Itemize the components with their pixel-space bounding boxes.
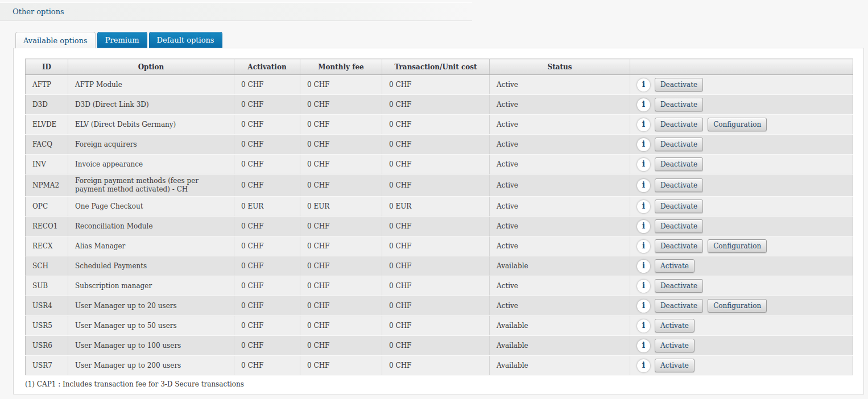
cell-option: User Manager up to 200 users: [68, 356, 234, 376]
actions-group: i Deactivate: [637, 98, 846, 111]
info-icon[interactable]: i: [637, 280, 650, 293]
cell-transaction-cost: 0 CHF: [382, 135, 490, 155]
header-row: ID Option Activation Monthly fee Transac…: [26, 59, 853, 75]
cell-activation: 0 CHF: [234, 316, 300, 336]
primary-action-button[interactable]: Deactivate: [655, 138, 703, 151]
info-icon[interactable]: i: [637, 339, 650, 352]
actions-group: i Activate: [637, 359, 846, 372]
cell-activation: 0 CHF: [234, 356, 300, 376]
table-header: ID Option Activation Monthly fee Transac…: [26, 59, 853, 75]
primary-action-button[interactable]: Deactivate: [655, 219, 703, 233]
table-row: FACQ Foreign acquirers 0 CHF 0 CHF 0 CHF…: [26, 135, 853, 155]
primary-action-button[interactable]: Deactivate: [655, 178, 703, 192]
options-table: ID Option Activation Monthly fee Transac…: [25, 59, 853, 376]
primary-action-button[interactable]: Activate: [655, 259, 695, 273]
primary-action-button[interactable]: Activate: [655, 339, 695, 352]
cell-id: D3D: [26, 95, 68, 115]
table-row: ELVDE ELV (Direct Debits Germany) 0 CHF …: [26, 115, 853, 135]
cell-actions: i Deactivate: [630, 155, 853, 174]
primary-action-button[interactable]: Deactivate: [655, 239, 703, 253]
cell-status: Available: [490, 356, 630, 376]
cell-actions: i Activate: [630, 356, 853, 376]
tab-bar: Available options Premium Default option…: [15, 32, 222, 48]
tab-available-options[interactable]: Available options: [15, 32, 96, 48]
cell-transaction-cost: 0 CHF: [382, 316, 490, 336]
info-icon[interactable]: i: [637, 319, 650, 332]
primary-action-button[interactable]: Activate: [655, 319, 695, 332]
info-icon[interactable]: i: [637, 220, 650, 233]
configuration-button[interactable]: Configuration: [708, 118, 767, 131]
cell-actions: i Deactivate Configuration: [630, 115, 853, 135]
cell-monthly-fee: 0 CHF: [300, 336, 382, 356]
primary-action-button[interactable]: Deactivate: [655, 279, 703, 293]
cell-id: OPC: [26, 197, 68, 217]
table-row: USR4 User Manager up to 20 users 0 CHF 0…: [26, 296, 853, 316]
cell-monthly-fee: 0 CHF: [300, 155, 382, 174]
cell-id: SCH: [26, 256, 68, 276]
actions-group: i Activate: [637, 259, 846, 273]
cell-option: Subscription manager: [68, 276, 234, 296]
cell-monthly-fee: 0 CHF: [300, 135, 382, 155]
actions-group: i Deactivate: [637, 200, 846, 213]
cell-transaction-cost: 0 CHF: [382, 296, 490, 316]
info-icon[interactable]: i: [637, 138, 650, 151]
cell-actions: i Deactivate Configuration: [630, 296, 853, 316]
primary-action-button[interactable]: Deactivate: [655, 98, 703, 111]
actions-group: i Deactivate: [637, 219, 846, 233]
info-icon[interactable]: i: [637, 260, 650, 273]
column-header-monthly-fee: Monthly fee: [300, 59, 382, 75]
cell-transaction-cost: 0 CHF: [382, 115, 490, 135]
column-header-activation: Activation: [234, 59, 300, 75]
cell-transaction-cost: 0 CHF: [382, 256, 490, 276]
info-icon[interactable]: i: [637, 118, 650, 131]
info-icon[interactable]: i: [637, 300, 650, 313]
cell-id: ELVDE: [26, 115, 68, 135]
cell-activation: 0 CHF: [234, 256, 300, 276]
primary-action-button[interactable]: Deactivate: [655, 157, 703, 171]
actions-group: i Activate: [637, 319, 846, 332]
info-icon[interactable]: i: [637, 359, 650, 372]
table-row: USR6 User Manager up to 100 users 0 CHF …: [26, 336, 853, 356]
info-icon[interactable]: i: [637, 200, 650, 213]
tab-default-options[interactable]: Default options: [149, 32, 222, 48]
primary-action-button[interactable]: Activate: [655, 359, 695, 372]
info-icon[interactable]: i: [637, 158, 650, 171]
configuration-button[interactable]: Configuration: [708, 239, 767, 253]
tab-label: Available options: [23, 36, 88, 45]
info-icon[interactable]: i: [637, 240, 650, 253]
table-row: USR7 User Manager up to 200 users 0 CHF …: [26, 356, 853, 376]
cell-actions: i Deactivate: [630, 276, 853, 296]
cell-transaction-cost: 0 CHF: [382, 336, 490, 356]
cell-actions: i Activate: [630, 256, 853, 276]
cell-actions: i Deactivate Configuration: [630, 236, 853, 256]
cell-actions: i Deactivate: [630, 75, 853, 95]
cell-monthly-fee: 0 CHF: [300, 115, 382, 135]
cell-actions: i Activate: [630, 316, 853, 336]
cell-monthly-fee: 0 CHF: [300, 236, 382, 256]
primary-action-button[interactable]: Deactivate: [655, 299, 703, 313]
cell-option: User Manager up to 20 users: [68, 296, 234, 316]
info-icon[interactable]: i: [637, 179, 650, 192]
cell-option: D3D (Direct Link 3D): [68, 95, 234, 115]
tab-premium[interactable]: Premium: [97, 32, 147, 48]
cell-option: AFTP Module: [68, 75, 234, 95]
cell-activation: 0 CHF: [234, 174, 300, 197]
cell-transaction-cost: 0 CHF: [382, 356, 490, 376]
cell-option: Scheduled Payments: [68, 256, 234, 276]
primary-action-button[interactable]: Deactivate: [655, 118, 703, 131]
primary-action-button[interactable]: Deactivate: [655, 200, 703, 213]
cell-activation: 0 CHF: [234, 336, 300, 356]
tab-label: Premium: [105, 36, 139, 44]
actions-group: i Deactivate Configuration: [637, 239, 846, 253]
cell-id: SUB: [26, 276, 68, 296]
configuration-button[interactable]: Configuration: [708, 299, 767, 313]
actions-group: i Deactivate Configuration: [637, 299, 846, 313]
cell-id: FACQ: [26, 135, 68, 155]
cell-status: Active: [490, 95, 630, 115]
cell-activation: 0 CHF: [234, 95, 300, 115]
table-row: OPC One Page Checkout 0 EUR 0 EUR 0 EUR …: [26, 197, 853, 217]
cell-option: User Manager up to 50 users: [68, 316, 234, 336]
info-icon[interactable]: i: [637, 78, 650, 92]
info-icon[interactable]: i: [637, 98, 650, 111]
primary-action-button[interactable]: Deactivate: [655, 78, 703, 92]
